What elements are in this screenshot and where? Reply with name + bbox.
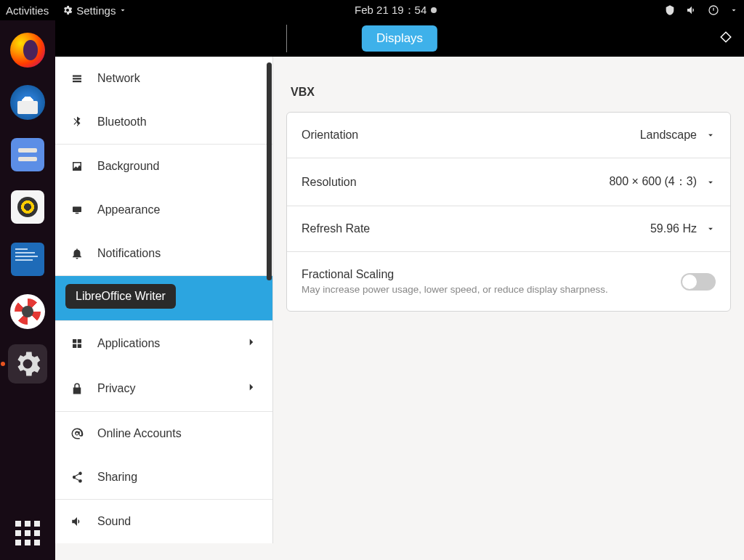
window-title: Displays: [362, 25, 437, 52]
dock-files[interactable]: [8, 135, 47, 174]
dock: [0, 20, 55, 560]
app-menu[interactable]: Settings: [62, 4, 127, 17]
dock-firefox[interactable]: [8, 31, 47, 70]
sidebar-item-label: Sound: [97, 515, 131, 528]
bluetooth-icon: [70, 115, 84, 129]
sidebar-item-online-accounts[interactable]: Online Accounts: [55, 412, 272, 455]
network-icon: [70, 71, 84, 86]
row-value: 59.96 Hz: [650, 222, 697, 235]
gear-icon: [10, 346, 45, 381]
chevron-down-icon: [705, 224, 716, 234]
shield-icon[interactable]: [664, 4, 676, 16]
svg-rect-1: [76, 213, 79, 214]
row-label: Refresh Rate: [302, 222, 650, 235]
display-name-heading: VBX: [291, 86, 731, 99]
notification-dot: [431, 7, 437, 13]
dock-help[interactable]: [8, 292, 47, 331]
chevron-down-icon: [118, 4, 127, 16]
refresh-rate-row[interactable]: Refresh Rate 59.96 Hz: [287, 206, 730, 252]
sidebar-item-sound[interactable]: Sound: [55, 500, 272, 543]
app-menu-label: Settings: [76, 4, 116, 17]
at-icon: [70, 426, 84, 441]
help-icon: [10, 294, 45, 329]
row-label: Fractional Scaling: [302, 268, 681, 281]
grid-icon: [15, 521, 40, 545]
sidebar-item-label: Sharing: [97, 471, 137, 484]
fractional-scaling-switch[interactable]: [681, 273, 716, 291]
rhythmbox-icon: [11, 190, 44, 224]
sidebar-item-bluetooth[interactable]: Bluetooth: [55, 100, 272, 145]
sidebar-item-notifications[interactable]: Notifications: [55, 232, 272, 276]
settings-window: Displays Network Bluetooth Background Ap…: [55, 20, 744, 560]
firefox-icon: [10, 33, 45, 68]
clock[interactable]: Feb 21 19：54: [355, 4, 426, 17]
gear-icon: [62, 4, 73, 16]
sidebar-item-privacy[interactable]: Privacy: [55, 366, 272, 412]
display-config-button[interactable]: [719, 31, 732, 46]
chevron-down-icon: [705, 177, 716, 187]
row-label: Orientation: [302, 129, 640, 142]
chevron-down-icon: [705, 130, 716, 140]
chevron-right-icon: [245, 336, 258, 352]
sound-icon: [70, 514, 84, 529]
sidebar-item-active[interactable]: LibreOffice Writer: [55, 276, 272, 321]
sidebar-item-label: Background: [97, 160, 159, 173]
sidebar-item-label: Notifications: [97, 247, 161, 260]
chevron-down-icon[interactable]: [729, 4, 738, 16]
bell-icon: [70, 246, 84, 261]
chevron-right-icon: [245, 381, 258, 397]
show-applications-button[interactable]: [8, 514, 47, 553]
tooltip: LibreOffice Writer: [65, 284, 176, 309]
content-area: VBX Orientation Landscape Resolution 800…: [273, 57, 744, 560]
files-icon: [11, 138, 44, 171]
privacy-icon: [70, 381, 84, 396]
dock-libreoffice-writer[interactable]: [8, 240, 47, 279]
settings-sidebar[interactable]: Network Bluetooth Background Appearance …: [55, 57, 273, 543]
activities-button[interactable]: Activities: [6, 4, 49, 17]
svg-rect-0: [73, 207, 81, 213]
thunderbird-icon: [10, 85, 45, 120]
sidebar-scrollbar[interactable]: [267, 62, 272, 280]
libreoffice-writer-icon: [11, 243, 44, 276]
dock-thunderbird[interactable]: [8, 83, 47, 122]
sidebar-item-background[interactable]: Background: [55, 145, 272, 188]
share-icon: [70, 470, 84, 484]
window-header: Displays: [55, 20, 744, 57]
diamond-icon: [719, 31, 732, 44]
sidebar-item-sharing[interactable]: Sharing: [55, 455, 272, 500]
dock-settings[interactable]: [8, 344, 47, 384]
row-value: Landscape: [640, 129, 697, 142]
display-settings-list: Orientation Landscape Resolution 800 × 6…: [286, 112, 731, 312]
top-bar: Activities Settings Feb 21 19：54: [0, 0, 744, 20]
orientation-row[interactable]: Orientation Landscape: [287, 113, 730, 158]
header-divider: [286, 25, 287, 52]
power-icon[interactable]: [708, 4, 719, 16]
row-subtitle: May increase power usage, lower speed, o…: [302, 284, 681, 295]
sidebar-item-label: Online Accounts: [97, 427, 182, 440]
volume-icon[interactable]: [686, 4, 698, 16]
sidebar-item-label: Applications: [97, 337, 160, 350]
fractional-scaling-row: Fractional Scaling May increase power us…: [287, 252, 730, 311]
appearance-icon: [70, 203, 84, 217]
sidebar-item-applications[interactable]: Applications: [55, 321, 272, 366]
sidebar-item-network[interactable]: Network: [55, 57, 272, 100]
resolution-row[interactable]: Resolution 800 × 600 (4：3): [287, 158, 730, 206]
dock-rhythmbox[interactable]: [8, 187, 47, 227]
background-icon: [70, 159, 84, 174]
applications-icon: [70, 336, 84, 351]
sidebar-item-label: Privacy: [97, 382, 135, 395]
sidebar-item-label: Network: [97, 72, 140, 85]
sidebar-item-label: Appearance: [97, 203, 160, 216]
row-label: Resolution: [302, 176, 609, 189]
sidebar-item-appearance[interactable]: Appearance: [55, 188, 272, 232]
sidebar-item-label: Bluetooth: [97, 115, 147, 129]
row-value: 800 × 600 (4：3): [609, 174, 697, 190]
